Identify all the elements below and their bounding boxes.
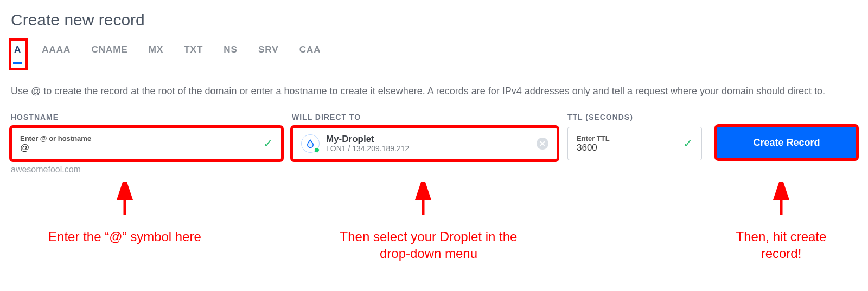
tab-mx[interactable]: MX	[149, 44, 164, 55]
droplet-icon	[301, 134, 320, 153]
arrow-icon	[412, 182, 434, 220]
ttl-placeholder: Enter TTL	[577, 134, 679, 143]
annotations-layer: Enter the “@” symbol here Then select yo…	[11, 187, 857, 269]
annotation-direct: Then select your Droplet in the drop-dow…	[315, 228, 542, 262]
clear-icon[interactable]: ✕	[537, 138, 548, 150]
record-type-tabs-container: A AAAA CNAME MX TXT NS SRV CAA	[11, 44, 857, 61]
status-dot-icon	[314, 147, 320, 153]
record-type-tabs: A AAAA CNAME MX TXT NS SRV CAA	[11, 44, 857, 61]
droplet-subtitle: LON1 / 134.209.189.212	[326, 144, 537, 153]
annotation-hostname: Enter the “@” symbol here	[33, 228, 217, 245]
arrow-icon	[770, 182, 792, 220]
tab-aaaa[interactable]: AAAA	[42, 44, 71, 55]
page-title: Create new record	[11, 11, 857, 29]
direct-to-label: WILL DIRECT TO	[292, 113, 558, 121]
hostname-input[interactable]: Enter @ or hostname @ ✓	[11, 127, 282, 160]
hostname-value: @	[20, 143, 259, 153]
hostname-placeholder: Enter @ or hostname	[20, 134, 259, 143]
hostname-column: HOSTNAME Enter @ or hostname @ ✓ awesome…	[11, 113, 282, 174]
tab-srv[interactable]: SRV	[258, 44, 279, 55]
hostname-label: HOSTNAME	[11, 113, 282, 121]
record-type-description: Use @ to create the record at the root o…	[11, 84, 857, 99]
annotation-button: Then, hit create record!	[711, 228, 852, 262]
ttl-column: TTL (SECONDS) Enter TTL 3600 ✓	[567, 113, 702, 160]
tab-caa[interactable]: CAA	[299, 44, 321, 55]
droplet-name: My-Droplet	[326, 134, 537, 145]
ttl-label: TTL (SECONDS)	[567, 113, 702, 121]
tab-a[interactable]: A	[14, 44, 21, 55]
check-icon: ✓	[683, 137, 693, 151]
tab-ns[interactable]: NS	[224, 44, 238, 55]
check-icon: ✓	[263, 137, 273, 151]
hostname-helper: awesomefool.com	[11, 165, 282, 174]
direct-to-select[interactable]: My-Droplet LON1 / 134.209.189.212 ✕	[292, 127, 558, 160]
tab-txt[interactable]: TXT	[184, 44, 203, 55]
ttl-input[interactable]: Enter TTL 3600 ✓	[567, 127, 702, 160]
ttl-value: 3600	[577, 143, 679, 153]
record-form-row: HOSTNAME Enter @ or hostname @ ✓ awesome…	[11, 113, 857, 174]
create-button-column: Create Record	[716, 113, 857, 159]
create-record-button[interactable]: Create Record	[716, 126, 857, 159]
tab-cname[interactable]: CNAME	[91, 44, 127, 55]
direct-to-column: WILL DIRECT TO My-Droplet LON1 / 134.209…	[292, 113, 558, 160]
arrow-icon	[114, 182, 136, 220]
